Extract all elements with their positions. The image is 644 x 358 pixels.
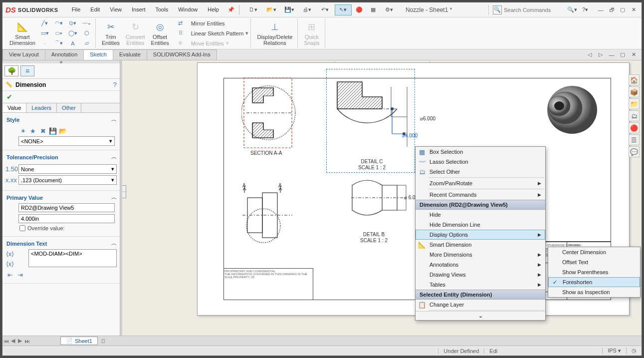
tab-view-layout[interactable]: View Layout [2, 49, 45, 60]
dt-icon-2[interactable]: ⟨x⟩ [5, 259, 14, 268]
custom-props-icon[interactable]: ☰ [629, 134, 640, 145]
doc-next-icon[interactable]: ▷ [596, 50, 606, 59]
tab-evaluate[interactable]: Evaluate [113, 49, 147, 60]
linear-pattern-label[interactable]: Linear Sketch Pattern [189, 30, 244, 36]
undo-button[interactable]: ↶▾ [317, 4, 334, 15]
mirror-entities-label[interactable]: Mirror Entities [189, 20, 225, 26]
plane-tool[interactable]: ▱ [80, 39, 93, 48]
style-new-icon[interactable]: ✶ [18, 126, 27, 135]
splitter-handle[interactable]: ⋮ [122, 185, 126, 198]
offset-entities-button[interactable]: ◎Offset Entities [148, 19, 172, 47]
dt-icon-1[interactable]: ⟨x⟩ [5, 249, 14, 258]
status-extra-icon[interactable]: ◷ [626, 348, 642, 354]
chevron-up-icon[interactable]: ︿ [111, 153, 117, 161]
dim-d4[interactable]: ⌀4.000 [402, 133, 418, 138]
ctx-box-selection[interactable]: ▦Box Selection [416, 147, 545, 157]
pin-icon[interactable]: 📌 [224, 4, 237, 15]
sheet-prev-icon[interactable]: ◀ [9, 338, 16, 344]
slot-tool[interactable]: ⬭▾ [52, 29, 65, 38]
dim-d6[interactable]: ⌀6.000 [420, 116, 435, 121]
ctx-tables[interactable]: Tables▶ [416, 280, 545, 290]
dt-just-right-icon[interactable]: ⇥ [15, 270, 24, 279]
trim-entities-button[interactable]: ✂Trim Entities [99, 19, 123, 47]
search-input[interactable] [504, 7, 564, 13]
property-mgr-button[interactable]: ≡ [20, 65, 34, 76]
style-header[interactable]: Style [6, 117, 19, 123]
ctx-more-dimensions[interactable]: More Dimensions▶ [416, 250, 545, 260]
ok-button[interactable]: ✔ [2, 91, 120, 103]
close-button[interactable]: ✕ [629, 5, 639, 14]
tolerance-type-select[interactable]: None▾ [18, 164, 117, 174]
file-explorer-icon[interactable]: 📁 [629, 98, 640, 109]
feature-tree-button[interactable]: 🌳 [4, 65, 18, 76]
arc-tool[interactable]: ◠▾ [52, 19, 65, 28]
tab-value[interactable]: Value [2, 103, 26, 112]
sheet-next-icon[interactable]: ▶ [16, 338, 23, 344]
text-tool[interactable]: A [66, 39, 79, 48]
pattern-icon[interactable]: ⠿ [174, 29, 187, 38]
tab-sketch[interactable]: Sketch [83, 49, 113, 60]
tab-addins[interactable]: SOLIDWORKS Add-Ins [147, 49, 217, 60]
menu-insert[interactable]: Insert [127, 4, 150, 15]
home-icon[interactable]: 🏠 [629, 74, 640, 85]
menu-file[interactable]: File [67, 4, 85, 15]
style-add-icon[interactable]: ★ [28, 126, 37, 135]
ctx-recent-commands[interactable]: Recent Commands▶ [416, 190, 545, 200]
chevron-up-icon[interactable]: ︿ [111, 194, 117, 201]
fillet-tool[interactable]: ⌒▾ [52, 39, 65, 48]
view-palette-icon[interactable]: 🗂 [629, 110, 640, 121]
style-save-icon[interactable]: 💾 [48, 126, 57, 135]
primary-value-header[interactable]: Primary Value [6, 195, 43, 201]
doc-close-icon[interactable]: ✕ [629, 50, 639, 59]
sub-offset-text[interactable]: Offset Text [548, 257, 640, 267]
resources-icon[interactable]: 📦 [629, 86, 640, 97]
ctx-select-other[interactable]: 🗂Select Other [416, 167, 545, 177]
line-tool[interactable]: ╱▾ [38, 19, 51, 28]
select-button[interactable]: ↖▾ [335, 4, 352, 15]
doc-restore-icon[interactable]: ▢ [618, 50, 628, 59]
ctx-drawing-views[interactable]: Drawing Views▶ [416, 270, 545, 280]
add-sheet-icon[interactable]: 🗋 [98, 338, 109, 344]
appearances-icon[interactable]: 🔴 [629, 122, 640, 133]
sub-show-parentheses[interactable]: Show Parentheses [548, 267, 640, 277]
menu-help[interactable]: Help [203, 4, 223, 15]
ctx-annotations[interactable]: Annotations▶ [416, 260, 545, 270]
forum-icon[interactable]: 💬 [629, 146, 640, 157]
sub-show-as-inspection[interactable]: Show as Inspection [548, 287, 640, 297]
panel-help-icon[interactable]: ? [113, 81, 117, 88]
ctx-display-options[interactable]: Display Options▶ [416, 230, 545, 240]
restore-button[interactable]: 🗗 [607, 5, 617, 14]
help-icon[interactable]: ?▾ [579, 4, 592, 15]
mirror-icon[interactable]: ⇄ [174, 19, 187, 28]
dimension-text-header[interactable]: Dimension Text [6, 241, 47, 247]
primary-name-input[interactable] [18, 203, 115, 212]
precision-select[interactable]: .123 (Document)▾ [18, 175, 117, 185]
doc-min-icon[interactable]: — [607, 50, 617, 59]
rect-tool[interactable]: ▭▾ [38, 29, 51, 38]
sheet-tab[interactable]: 📄Sheet1 [60, 337, 98, 345]
options-button[interactable]: ▦ [367, 4, 380, 15]
ctx-lasso-selection[interactable]: 〰Lasso Selection [416, 157, 545, 167]
style-del-icon[interactable]: ✖ [38, 126, 47, 135]
tolerance-header[interactable]: Tolerance/Precision [6, 154, 58, 160]
ctx-change-layer[interactable]: 📋Change Layer [416, 300, 545, 310]
ellipse-tool[interactable]: ◯▾ [66, 29, 79, 38]
tab-other[interactable]: Other [57, 103, 81, 112]
search-go-icon[interactable]: 🔍▾ [566, 4, 579, 15]
maximize-button[interactable]: ▢ [618, 5, 628, 14]
sub-foreshorten[interactable]: ✓Foreshorten [548, 277, 640, 287]
smart-dimension-button[interactable]: 📐 Smart Dimension [6, 19, 38, 47]
tab-annotation[interactable]: Annotation [45, 49, 84, 60]
menu-tools[interactable]: Tools [151, 4, 173, 15]
tab-leaders[interactable]: Leaders [26, 103, 57, 112]
ctx-hide-dim-line[interactable]: Hide Dimension Line [416, 220, 545, 230]
menu-view[interactable]: View [105, 4, 126, 15]
ctx-hide[interactable]: Hide [416, 210, 545, 220]
sub-center-dimension[interactable]: Center Dimension [548, 247, 640, 257]
dt-just-left-icon[interactable]: ⇤ [5, 270, 14, 279]
point-tool[interactable]: · [38, 39, 51, 48]
style-load-icon[interactable]: 📂 [58, 126, 67, 135]
spline-tool[interactable]: 〰▾ [80, 19, 93, 28]
sheet-first-icon[interactable]: ⏮ [2, 338, 9, 344]
status-units[interactable]: IPS ▾ [602, 348, 626, 354]
